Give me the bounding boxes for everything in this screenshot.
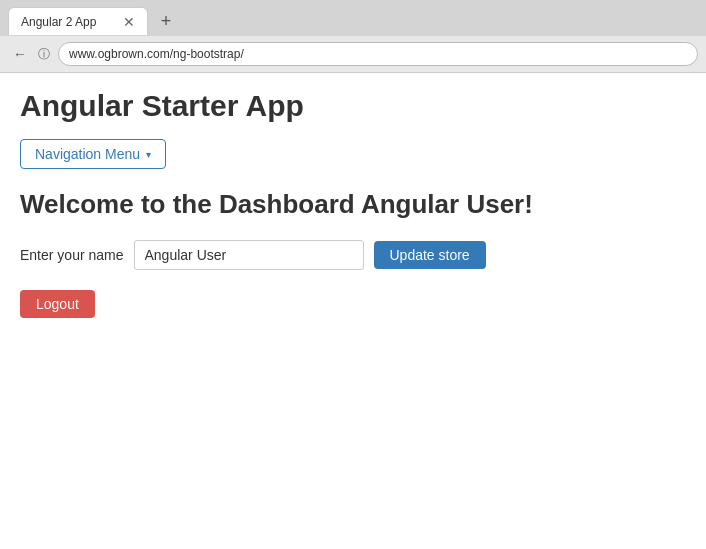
tab-close-icon[interactable]: ✕: [123, 15, 135, 29]
active-tab[interactable]: Angular 2 App ✕: [8, 7, 148, 35]
name-label: Enter your name: [20, 247, 124, 263]
logout-button[interactable]: Logout: [20, 290, 95, 318]
nav-menu-caret-icon: ▾: [146, 149, 151, 160]
info-icon: ⓘ: [38, 46, 50, 63]
browser-chrome: Angular 2 App ✕ + ← ⓘ: [0, 0, 706, 73]
page-content: Angular Starter App Navigation Menu ▾ We…: [0, 73, 706, 549]
navigation-menu-button[interactable]: Navigation Menu ▾: [20, 139, 166, 169]
tab-title: Angular 2 App: [21, 15, 115, 29]
new-tab-button[interactable]: +: [154, 9, 178, 33]
nav-menu-label: Navigation Menu: [35, 146, 140, 162]
update-store-button[interactable]: Update store: [374, 241, 486, 269]
back-button[interactable]: ←: [8, 42, 32, 66]
address-input[interactable]: [58, 42, 698, 66]
welcome-heading: Welcome to the Dashboard Angular User!: [20, 189, 686, 220]
tab-bar: Angular 2 App ✕ +: [0, 0, 706, 36]
address-bar: ← ⓘ: [0, 36, 706, 72]
page-title: Angular Starter App: [20, 89, 686, 123]
name-row: Enter your name Update store: [20, 240, 686, 270]
name-input[interactable]: [134, 240, 364, 270]
